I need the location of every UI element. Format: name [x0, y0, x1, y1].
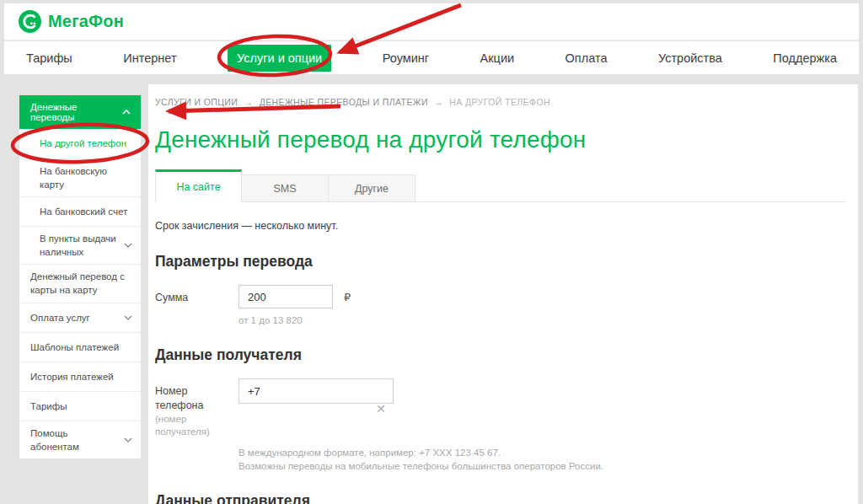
nav-item-devices[interactable]: Устройства	[658, 51, 722, 65]
sidebar-item-payment-history[interactable]: История платежей	[19, 362, 141, 391]
nav-item-payment[interactable]: Оплата	[566, 51, 608, 65]
breadcrumb-current: НА ДРУГОЙ ТЕЛЕФОН	[449, 97, 550, 107]
sidebar-item-cash-pickup[interactable]: В пункты выдачи наличных	[19, 226, 141, 264]
chevron-down-icon	[124, 315, 132, 320]
sidebar-item-pay-services[interactable]: Оплата услуг	[19, 303, 141, 332]
chevron-down-icon	[124, 243, 132, 248]
section-heading-sender: Данные отправителя	[155, 492, 846, 504]
megafon-logo-text: МегаФон	[48, 12, 124, 31]
section-heading-recipient: Данные получателя	[155, 346, 846, 364]
recipient-phone-row: Номер телефона (номер получателя) ✕	[155, 378, 846, 439]
breadcrumb-separator-icon: →	[244, 97, 253, 107]
operators-hint: Возможны переводы на мобильные телефоны …	[239, 459, 846, 474]
sidebar-item-subscriber-help[interactable]: Помощь абонентам	[19, 421, 141, 458]
recipient-phone-label: Номер телефона (номер получателя)	[155, 378, 239, 439]
clear-recipient-phone-icon[interactable]: ✕	[376, 403, 386, 415]
tab-on-site[interactable]: На сайте	[155, 169, 242, 202]
amount-input[interactable]	[239, 285, 333, 308]
recipient-phone-input[interactable]	[239, 378, 394, 404]
sidebar-item-to-another-phone[interactable]: На другой телефон	[19, 129, 141, 158]
breadcrumb-services[interactable]: УСЛУГИ И ОПЦИИ	[155, 97, 238, 107]
tab-other[interactable]: Другие	[329, 174, 415, 202]
nav-item-tariffs[interactable]: Тарифы	[26, 51, 72, 65]
amount-range-hint: от 1 до 13 820	[239, 315, 846, 325]
tab-sms[interactable]: SMS	[242, 174, 329, 202]
megafon-logo[interactable]: МегаФон	[19, 10, 124, 33]
recipient-phone-hints: В международном формате, например: +7 ХХ…	[239, 446, 846, 474]
megafon-transfer-page: МегаФон Тарифы Интернет Услуги и опции Р…	[0, 0, 863, 504]
sidebar-list: На другой телефон На банковскую карту На…	[19, 129, 141, 458]
nav-item-promos[interactable]: Акции	[480, 51, 515, 65]
sidebar-item-to-bank-account[interactable]: На банковский счет	[19, 196, 141, 226]
currency-ruble-sign: ₽	[344, 285, 351, 308]
sidebar-item-payment-templates[interactable]: Шаблоны платежей	[19, 332, 141, 362]
sidebar-item-tariffs[interactable]: Тарифы	[19, 391, 141, 421]
breadcrumb: УСЛУГИ И ОПЦИИ → ДЕНЕЖНЫЕ ПЕРЕВОДЫ И ПЛА…	[155, 97, 846, 107]
chevron-down-icon	[124, 437, 132, 442]
phone-format-hint: В международном формате, например: +7 ХХ…	[239, 446, 846, 460]
crediting-time-note: Срок зачисления — несколько минут.	[155, 220, 846, 232]
amount-row: Сумма ₽	[155, 285, 846, 308]
nav-item-internet[interactable]: Интернет	[123, 51, 176, 65]
sidebar-section-money-transfers[interactable]: Денежные переводы	[19, 95, 141, 129]
nav-item-roaming[interactable]: Роуминг	[383, 51, 429, 65]
nav-item-services[interactable]: Услуги и опции	[228, 45, 331, 72]
sidebar-item-card-to-card[interactable]: Денежный перевод с карты на карту	[19, 264, 141, 302]
nav-item-support[interactable]: Поддержка	[773, 51, 837, 65]
chevron-up-icon	[122, 110, 131, 115]
breadcrumb-separator-icon: →	[434, 97, 443, 107]
page-title: Денежный перевод на другой телефон	[155, 126, 846, 153]
main-nav: Тарифы Интернет Услуги и опции Роуминг А…	[4, 41, 859, 74]
tab-bar: На сайте SMS Другие	[155, 169, 846, 202]
section-heading-params: Параметры перевода	[155, 253, 846, 271]
recipient-phone-sublabel: (номер получателя)	[155, 413, 239, 439]
megafon-logo-icon	[19, 10, 41, 33]
amount-label: Сумма	[155, 285, 239, 308]
breadcrumb-transfers[interactable]: ДЕНЕЖНЫЕ ПЕРЕВОДЫ И ПЛАТЕЖИ	[260, 97, 428, 107]
main-content: УСЛУГИ И ОПЦИИ → ДЕНЕЖНЫЕ ПЕРЕВОДЫ И ПЛА…	[148, 84, 858, 504]
sidebar-item-to-bank-card[interactable]: На банковскую карту	[19, 158, 141, 196]
sidebar: Денежные переводы На другой телефон На б…	[19, 94, 142, 459]
top-header: МегаФон	[4, 3, 859, 40]
